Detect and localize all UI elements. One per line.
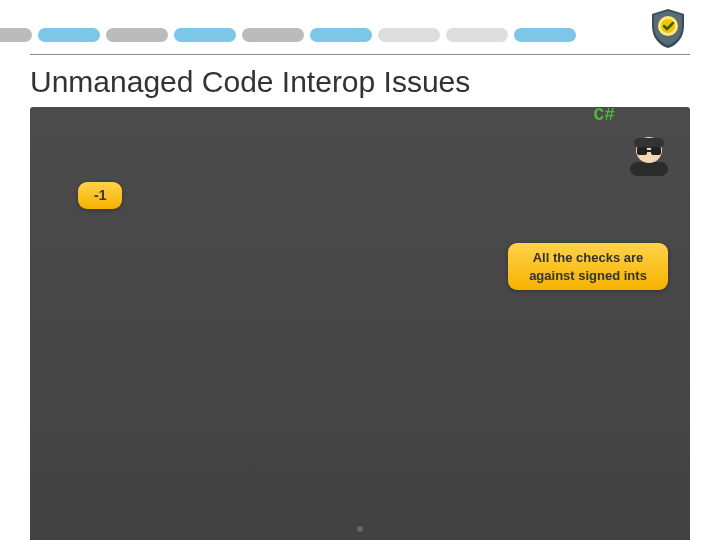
callout-signed-ints: All the checks are against signed ints: [508, 243, 668, 290]
code-panel: C# public int Copy.Data(byte[] input.Buf…: [30, 107, 690, 540]
svg-rect-7: [647, 150, 651, 152]
shield-icon: [646, 6, 690, 50]
svg-rect-5: [637, 147, 647, 155]
svg-rect-6: [651, 147, 661, 155]
divider-line: [30, 54, 690, 55]
dot-icon: [357, 526, 363, 532]
header-band: [0, 0, 720, 48]
decorative-pills: [0, 28, 582, 42]
slide-indicator: [0, 526, 720, 532]
hacker-avatar-icon: [600, 117, 672, 198]
slide-title: Unmanaged Code Interop Issues: [30, 65, 720, 99]
callout-neg1: -1: [78, 182, 122, 209]
svg-rect-4: [634, 138, 664, 148]
svg-rect-2: [630, 162, 668, 176]
